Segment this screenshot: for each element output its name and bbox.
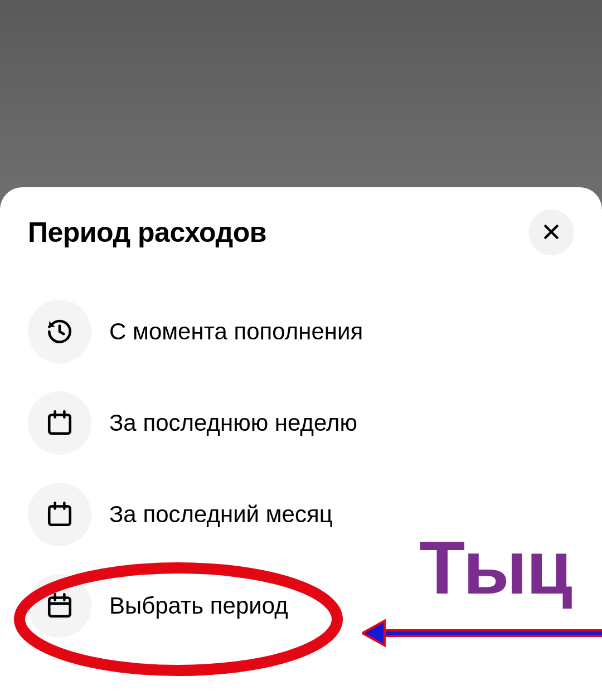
svg-rect-2: [49, 415, 70, 433]
history-icon: [28, 300, 91, 363]
annotation-text: Тыц: [419, 524, 571, 611]
calendar-month-icon: [28, 483, 91, 546]
calendar-week-icon: [28, 391, 91, 455]
option-label: За последнюю неделю: [109, 410, 357, 436]
option-last-week[interactable]: За последнюю неделю: [28, 391, 574, 455]
option-label: С момента пополнения: [109, 318, 363, 345]
period-selection-sheet: Период расходов С момента пополнения: [0, 187, 602, 700]
sheet-header: Период расходов: [28, 210, 574, 255]
option-label: За последний месяц: [109, 501, 333, 528]
option-since-topup[interactable]: С момента пополнения: [28, 300, 574, 363]
close-button[interactable]: [528, 210, 574, 255]
option-label: Выбрать период: [109, 592, 288, 619]
svg-rect-5: [49, 506, 70, 524]
close-icon: [541, 222, 561, 244]
calendar-icon: [28, 574, 91, 638]
sheet-title: Период расходов: [28, 216, 266, 249]
svg-rect-8: [49, 597, 70, 616]
